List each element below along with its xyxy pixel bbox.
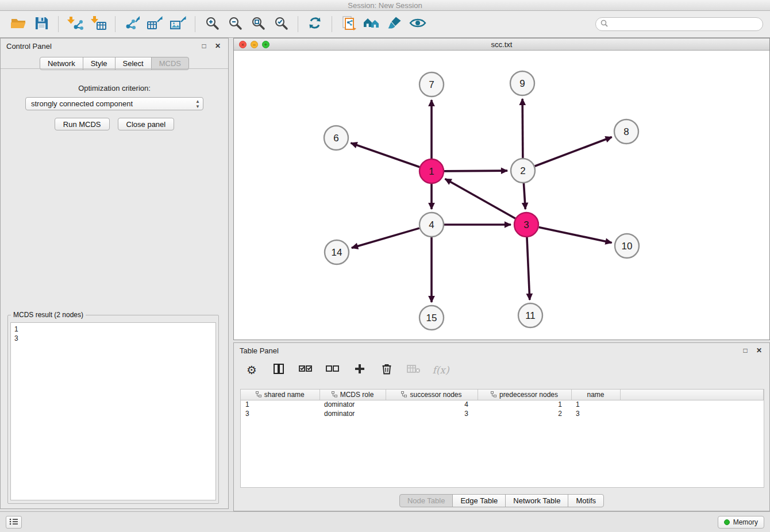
search-box[interactable] — [595, 17, 763, 31]
column-header-successor-nodes[interactable]: successor nodes — [386, 390, 478, 400]
column-type-icon — [256, 391, 261, 398]
cell-mcds-role[interactable]: dominator — [319, 409, 386, 418]
add-column-button[interactable] — [352, 363, 367, 377]
style-brush-button[interactable] — [383, 13, 406, 35]
zoom-in-button[interactable] — [201, 13, 224, 35]
graph-node-8[interactable]: 8 — [614, 119, 638, 144]
refresh-layout-button[interactable] — [303, 13, 326, 35]
zoom-out-button[interactable] — [224, 13, 247, 35]
table-delete-icon — [407, 364, 421, 376]
import-network-button[interactable] — [64, 13, 87, 35]
close-table-panel-icon[interactable]: ✕ — [754, 346, 764, 355]
cell-name[interactable]: 1 — [571, 400, 620, 409]
svg-text:6: 6 — [333, 133, 338, 144]
export-table-button[interactable] — [144, 13, 167, 35]
task-history-button[interactable] — [6, 516, 22, 529]
criterion-dropdown[interactable]: strongly connected component ▲▼ — [25, 97, 203, 110]
import-table-icon — [90, 16, 107, 33]
cell-successor-nodes[interactable]: 3 — [386, 409, 478, 418]
svg-text:10: 10 — [622, 241, 633, 252]
graph-edge-3-10[interactable] — [539, 228, 612, 243]
maximize-window-icon[interactable]: + — [262, 41, 270, 48]
graph-node-6[interactable]: 6 — [324, 126, 348, 150]
home-button[interactable] — [360, 13, 383, 35]
duplicate-network-button[interactable] — [337, 13, 360, 35]
graph-node-11[interactable]: 11 — [518, 303, 542, 327]
graph-node-10[interactable]: 10 — [615, 234, 639, 258]
zoom-selected-icon — [274, 16, 288, 33]
function-builder-button: f(x) — [433, 363, 448, 377]
show-hide-button[interactable] — [406, 13, 429, 35]
table-row[interactable]: 1 dominator 4 1 1 — [241, 400, 764, 409]
graph-edge-3-1[interactable] — [445, 179, 515, 218]
table-settings-button[interactable]: ⚙ — [244, 363, 259, 377]
cell-mcds-role[interactable]: dominator — [319, 400, 386, 409]
memory-button[interactable]: Memory — [718, 516, 764, 529]
column-header-mcds-role[interactable]: MCDS role — [319, 390, 386, 400]
close-window-icon[interactable]: × — [239, 41, 247, 48]
toolbar-separator — [298, 16, 298, 32]
memory-label: Memory — [733, 518, 758, 526]
table-row[interactable]: 3 dominator 3 2 3 — [241, 409, 764, 418]
network-canvas[interactable]: 7968124314101511 — [234, 51, 769, 340]
graph-edge-3-11[interactable] — [527, 237, 530, 300]
graph-edge-2-3[interactable] — [523, 183, 525, 209]
unselect-all-button[interactable] — [325, 363, 340, 377]
open-session-button[interactable] — [7, 13, 30, 35]
export-network-button[interactable] — [121, 13, 144, 35]
cell-predecessor-nodes[interactable]: 2 — [478, 409, 571, 418]
graph-node-2[interactable]: 2 — [511, 159, 535, 183]
import-table-button[interactable] — [87, 13, 110, 35]
delete-column-button[interactable] — [379, 363, 394, 377]
close-panel-button[interactable]: Close panel — [118, 118, 175, 130]
control-panel-title: Control Panel — [6, 42, 52, 51]
run-mcds-button[interactable]: Run MCDS — [55, 118, 110, 130]
graph-edge-2-8[interactable] — [535, 137, 612, 167]
cell-shared-name[interactable]: 3 — [241, 409, 319, 418]
graph-node-3[interactable]: 3 — [514, 213, 538, 237]
select-all-button[interactable] — [298, 363, 313, 377]
document-network-icon — [341, 15, 357, 33]
tab-edge-table[interactable]: Edge Table — [452, 494, 506, 507]
cell-successor-nodes[interactable]: 4 — [386, 400, 478, 409]
graph-node-1[interactable]: 1 — [419, 159, 444, 183]
graph-node-15[interactable]: 15 — [419, 306, 444, 330]
table-panel-title: Table Panel — [240, 346, 279, 355]
export-image-button[interactable] — [167, 13, 190, 35]
search-input[interactable] — [611, 20, 758, 29]
float-table-panel-icon[interactable]: □ — [741, 346, 750, 355]
cell-name[interactable]: 3 — [571, 409, 620, 418]
graph-edge-2-9[interactable] — [522, 99, 523, 158]
columns-icon — [273, 363, 284, 377]
graph-node-4[interactable]: 4 — [419, 213, 444, 237]
tab-network-table[interactable]: Network Table — [505, 494, 568, 507]
cell-predecessor-nodes[interactable]: 1 — [478, 400, 571, 409]
column-header-name[interactable]: name — [571, 390, 620, 400]
show-columns-button[interactable] — [271, 363, 286, 377]
graph-node-14[interactable]: 14 — [325, 240, 349, 264]
svg-text:4: 4 — [429, 219, 434, 230]
save-session-button[interactable] — [30, 13, 53, 35]
unchecked-boxes-icon — [326, 364, 340, 376]
graph-edge-1-6[interactable] — [351, 143, 419, 167]
table-panel-header: Table Panel □ ✕ — [234, 343, 769, 358]
graph-node-9[interactable]: 9 — [510, 71, 534, 95]
column-header-predecessor-nodes[interactable]: predecessor nodes — [478, 390, 571, 400]
tab-motifs[interactable]: Motifs — [568, 494, 604, 507]
column-header-filler — [620, 390, 764, 400]
zoom-fit-icon — [251, 16, 265, 33]
tab-node-table[interactable]: Node Table — [399, 494, 453, 507]
column-header-shared-name[interactable]: shared name — [241, 390, 319, 400]
close-panel-icon[interactable]: ✕ — [213, 41, 222, 51]
svg-text:11: 11 — [525, 310, 536, 321]
zoom-selected-button[interactable] — [270, 13, 292, 35]
graph-edge-1-2[interactable] — [444, 171, 507, 171]
graph-edge-4-14[interactable] — [352, 228, 419, 248]
graph-node-7[interactable]: 7 — [419, 72, 444, 97]
cell-shared-name[interactable]: 1 — [241, 400, 319, 409]
float-panel-icon[interactable]: □ — [199, 41, 209, 51]
zoom-fit-button[interactable] — [247, 13, 270, 35]
minimize-window-icon[interactable]: − — [251, 41, 258, 48]
checked-boxes-icon — [299, 364, 313, 376]
houses-icon — [363, 16, 381, 33]
